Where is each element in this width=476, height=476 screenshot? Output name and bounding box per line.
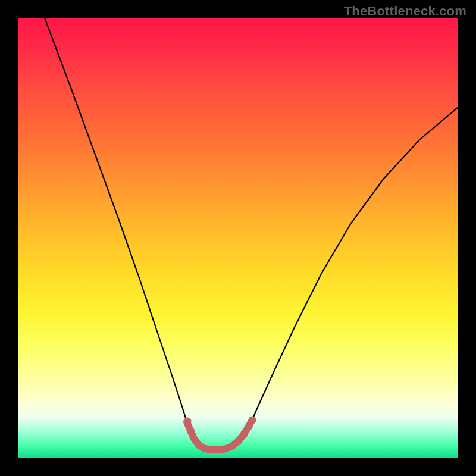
series-right-limb xyxy=(251,107,458,422)
plot-area xyxy=(18,18,458,458)
marker-point xyxy=(184,418,192,425)
marker-point xyxy=(187,428,195,436)
curve-layer xyxy=(18,18,458,458)
chart-frame: TheBottleneck.com xyxy=(0,0,476,476)
series-left-limb xyxy=(45,18,187,422)
marker-point xyxy=(235,437,243,445)
marker-point xyxy=(245,423,253,431)
marker-point xyxy=(249,416,256,424)
watermark-text: TheBottleneck.com xyxy=(344,4,466,19)
marker-point xyxy=(240,431,248,439)
